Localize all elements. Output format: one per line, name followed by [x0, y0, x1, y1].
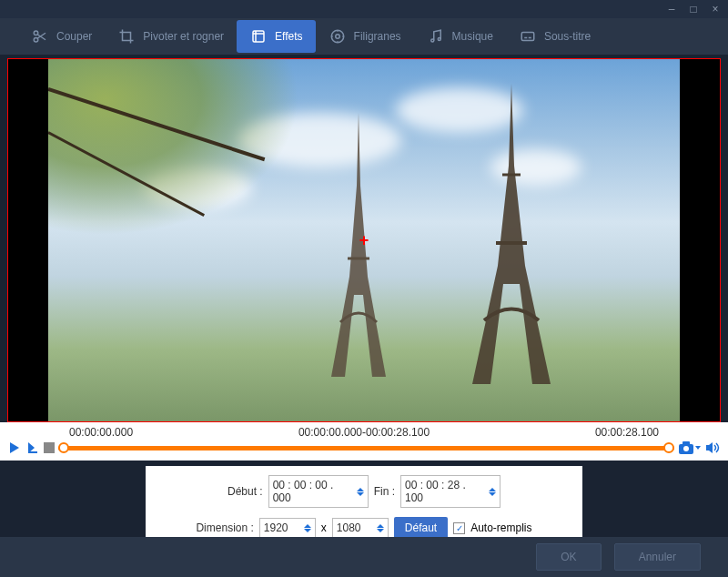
tab-subtitle[interactable]: Sous-titre: [506, 20, 603, 53]
seek-thumb-start[interactable]: [58, 442, 69, 453]
svg-point-3: [331, 30, 344, 43]
spin-down-icon[interactable]: [304, 529, 311, 532]
spin-up-icon[interactable]: [489, 488, 496, 491]
play-button[interactable]: [7, 440, 22, 455]
end-time-label: Fin :: [374, 485, 395, 498]
x-separator: x: [321, 521, 327, 534]
tab-label: Sous-titre: [544, 30, 591, 43]
spin-up-icon[interactable]: [357, 488, 364, 491]
tab-music[interactable]: Musique: [414, 20, 506, 53]
timeline-start-label: 00:00:00.000: [69, 426, 133, 439]
scissors-icon: [31, 27, 49, 46]
tab-rotate-crop[interactable]: Pivoter et rogner: [105, 20, 237, 53]
tab-watermark[interactable]: Filigranes: [316, 20, 414, 53]
step-button[interactable]: [25, 440, 40, 455]
timeline-range-label: 00:00:00.000-00:00:28.100: [298, 426, 430, 439]
tab-label: Filigranes: [354, 30, 401, 43]
tab-cut[interactable]: Couper: [18, 20, 105, 53]
default-button[interactable]: Défaut: [394, 517, 448, 539]
svg-rect-11: [682, 441, 690, 445]
minimize-button[interactable]: –: [661, 1, 682, 17]
crop-icon: [117, 27, 136, 46]
tab-label: Effets: [275, 30, 302, 43]
timeline-end-label: 00:00:28.100: [595, 426, 659, 439]
subtitle-icon: [519, 27, 537, 46]
svg-rect-7: [521, 33, 534, 41]
svg-rect-2: [253, 31, 264, 42]
effects-icon: [249, 27, 268, 46]
watermark-icon: [329, 27, 347, 46]
stop-button[interactable]: [44, 442, 55, 453]
ok-button[interactable]: OK: [536, 543, 601, 571]
height-input[interactable]: 1080: [332, 518, 389, 538]
tab-label: Musique: [452, 30, 493, 43]
seek-thumb-end[interactable]: [663, 442, 674, 453]
spin-down-icon[interactable]: [357, 492, 364, 496]
tab-label: Couper: [56, 30, 92, 43]
center-crosshair-icon: +: [359, 231, 369, 250]
tab-effects[interactable]: Effets: [237, 20, 315, 53]
svg-rect-8: [28, 451, 37, 453]
width-input[interactable]: 1920: [259, 518, 316, 538]
dimension-label: Dimension :: [196, 521, 253, 534]
close-window-button[interactable]: ×: [704, 1, 726, 17]
spin-down-icon[interactable]: [377, 529, 384, 532]
spin-up-icon[interactable]: [377, 524, 384, 528]
svg-point-6: [438, 38, 440, 41]
music-icon: [427, 27, 445, 46]
start-time-label: Début :: [228, 485, 263, 498]
tab-label: Pivoter et rogner: [143, 30, 224, 43]
tab-bar: Couper Pivoter et rogner Effets Filigran…: [0, 18, 728, 55]
svg-point-4: [335, 35, 339, 39]
svg-point-10: [683, 446, 689, 451]
timeline: 00:00:00.000 00:00:00.000-00:00:28.100 0…: [0, 422, 728, 461]
video-preview[interactable]: +: [7, 58, 721, 422]
title-bar: – □ ×: [0, 0, 728, 18]
maximize-button[interactable]: □: [682, 1, 704, 17]
autofill-checkbox[interactable]: ✓: [453, 522, 465, 534]
footer-bar: OK Annuler: [0, 537, 728, 577]
svg-point-5: [430, 39, 433, 42]
spin-down-icon[interactable]: [489, 492, 496, 496]
start-time-input[interactable]: 00 : 00 : 00 . 000: [268, 475, 369, 508]
seek-slider[interactable]: [58, 441, 674, 454]
volume-button[interactable]: [704, 440, 721, 455]
cancel-button[interactable]: Annuler: [614, 543, 701, 571]
end-time-input[interactable]: 00 : 00 : 28 . 100: [400, 475, 500, 508]
autofill-label: Auto-remplis: [470, 521, 531, 534]
snapshot-button[interactable]: [678, 440, 701, 455]
spin-up-icon[interactable]: [304, 524, 311, 528]
